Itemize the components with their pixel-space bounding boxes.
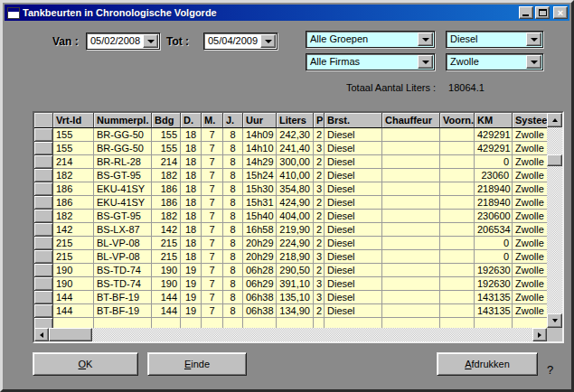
row-selector[interactable] xyxy=(34,142,53,155)
table-row[interactable]: 144BT-BF-19144197806h38135,103Diesel1431… xyxy=(34,291,547,304)
table-row[interactable]: 142BS-LX-87142187816h58219,902Diesel2065… xyxy=(34,223,547,237)
firmas-value[interactable]: Alle Firmas xyxy=(306,54,417,70)
scroll-left-icon[interactable] xyxy=(34,328,49,341)
einde-button[interactable]: Einde xyxy=(147,352,247,376)
tank-grid: Vrt-IdNummerpl.BdgD.M.J.UurLitersPBrst.C… xyxy=(33,111,564,343)
van-date-value[interactable]: 05/02/2008 xyxy=(87,33,142,49)
van-date-dropdown-icon[interactable] xyxy=(143,34,158,48)
cell: 2 xyxy=(314,304,325,318)
column-header[interactable]: Nummerpl. xyxy=(94,113,152,128)
table-row[interactable]: 155BR-GG-50155187814h09242,302Diesel4292… xyxy=(34,128,547,142)
column-header[interactable]: J. xyxy=(223,113,243,128)
van-label: Van : xyxy=(52,35,79,48)
row-selector[interactable] xyxy=(34,264,53,277)
firmas-combobox[interactable]: Alle Firmas xyxy=(306,53,435,70)
brandstof-value[interactable]: Diesel xyxy=(447,32,525,47)
row-selector[interactable] xyxy=(34,210,53,223)
cell: 155 xyxy=(152,128,181,142)
cell: Diesel xyxy=(325,291,382,304)
column-header[interactable]: Voorn. xyxy=(440,113,475,128)
cell xyxy=(277,318,314,328)
row-selector[interactable] xyxy=(34,304,53,318)
row-selector[interactable] xyxy=(34,196,53,210)
table-row[interactable]: 182BS-GT-95182187815h40404,002Diesel2306… xyxy=(34,210,547,223)
brandstof-combobox[interactable]: Diesel xyxy=(446,31,543,48)
table-row[interactable]: 155BR-GG-50155187814h10241,403Diesel4292… xyxy=(34,142,547,155)
close-button-icon[interactable]: × xyxy=(553,6,568,19)
tot-label: Tot : xyxy=(166,35,189,48)
column-header[interactable]: Brst. xyxy=(325,113,382,128)
column-header[interactable]: Bdg xyxy=(152,113,181,128)
cell: 2 xyxy=(314,264,325,277)
groepen-combobox[interactable]: Alle Groepen xyxy=(306,31,435,48)
row-selector[interactable] xyxy=(34,169,53,182)
groepen-dropdown-icon[interactable] xyxy=(418,33,433,46)
table-row[interactable]: 215BL-VP-08215187820h29218,903Diesel0Zwo… xyxy=(34,250,547,264)
cell: 214 xyxy=(53,155,94,169)
column-header[interactable]: Systeem xyxy=(513,113,547,128)
grid-corner-cell[interactable] xyxy=(34,113,53,128)
column-header[interactable]: Liters xyxy=(277,113,314,128)
table-row[interactable]: 190BS-TD-74190197806h29391,103Diesel1926… xyxy=(34,277,547,291)
column-header[interactable]: D. xyxy=(181,113,202,128)
van-date-combobox[interactable]: 05/02/2008 xyxy=(86,33,160,50)
cell: 2 xyxy=(314,237,325,250)
cell xyxy=(475,318,513,328)
ok-button[interactable]: OK xyxy=(33,352,138,376)
tot-date-combobox[interactable]: 05/04/2009 xyxy=(203,33,278,50)
titlebar[interactable]: Tankbeurten in Chronologische Volgorde × xyxy=(5,5,569,21)
column-header[interactable]: Uur xyxy=(243,113,277,128)
vertical-scrollbar-thumb[interactable] xyxy=(547,154,562,166)
total-liters-value: 18064.1 xyxy=(448,82,485,93)
column-header[interactable]: Vrt-Id xyxy=(53,113,94,128)
horizontal-scrollbar[interactable] xyxy=(34,328,547,341)
cell xyxy=(382,223,440,237)
table-filler-row[interactable] xyxy=(34,318,547,328)
window-icon[interactable] xyxy=(7,7,20,19)
cell xyxy=(440,277,475,291)
scroll-up-icon[interactable] xyxy=(547,113,562,127)
locatie-value[interactable]: Zwolle xyxy=(447,54,525,70)
column-header[interactable]: Chauffeur xyxy=(382,113,440,128)
table-row[interactable]: 214BR-RL-28214187814h29300,002Diesel0Zwo… xyxy=(34,155,547,169)
row-selector[interactable] xyxy=(34,277,53,291)
locatie-combobox[interactable]: Zwolle xyxy=(446,53,543,70)
maximize-button-icon[interactable] xyxy=(535,6,550,19)
firmas-dropdown-icon[interactable] xyxy=(418,55,433,69)
cell: 3 xyxy=(314,142,325,155)
minimize-button-icon[interactable] xyxy=(519,6,533,19)
row-selector[interactable] xyxy=(34,128,53,142)
table-row[interactable]: 190BS-TD-74190197806h28290,502Diesel1926… xyxy=(34,264,547,277)
cell xyxy=(382,169,440,182)
row-selector[interactable] xyxy=(34,250,53,264)
row-selector[interactable] xyxy=(34,291,53,304)
total-liters-label: Totaal Aantal Liters : xyxy=(346,82,436,93)
scroll-down-icon[interactable] xyxy=(547,313,562,328)
row-selector[interactable] xyxy=(34,318,53,328)
table-row[interactable]: 186EKU-41SY186187815h31424,902Diesel2189… xyxy=(34,196,547,210)
column-header[interactable]: M. xyxy=(202,113,223,128)
row-selector[interactable] xyxy=(34,223,53,237)
brandstof-dropdown-icon[interactable] xyxy=(526,33,541,46)
tot-date-value[interactable]: 05/04/2009 xyxy=(204,33,259,49)
afdrukken-button[interactable]: Afdrukken xyxy=(437,352,538,376)
vertical-scrollbar[interactable] xyxy=(547,113,562,328)
groepen-value[interactable]: Alle Groepen xyxy=(306,32,417,47)
tot-date-dropdown-icon[interactable] xyxy=(260,34,276,48)
cell: 144 xyxy=(152,304,181,318)
table-row[interactable]: 144BT-BF-19144197806h38134,902Diesel1431… xyxy=(34,304,547,318)
column-header[interactable]: KM xyxy=(475,113,513,128)
cell: BR-RL-28 xyxy=(94,155,152,169)
table-row[interactable]: 182BS-GT-95182187815h24410,002Diesel2306… xyxy=(34,169,547,182)
row-selector[interactable] xyxy=(34,182,53,196)
table-row[interactable]: 215BL-VP-08215187820h29224,902Diesel0Zwo… xyxy=(34,237,547,250)
cell: Diesel xyxy=(325,304,382,318)
table-row[interactable]: 186EKU-41SY186187815h30354,803Diesel2189… xyxy=(34,182,547,196)
scroll-right-icon[interactable] xyxy=(532,328,547,341)
horizontal-scrollbar-thumb[interactable] xyxy=(49,328,92,341)
cell: 143135 xyxy=(475,304,513,318)
column-header[interactable]: P xyxy=(314,113,325,128)
locatie-dropdown-icon[interactable] xyxy=(526,55,541,69)
row-selector[interactable] xyxy=(34,237,53,250)
row-selector[interactable] xyxy=(34,155,53,169)
